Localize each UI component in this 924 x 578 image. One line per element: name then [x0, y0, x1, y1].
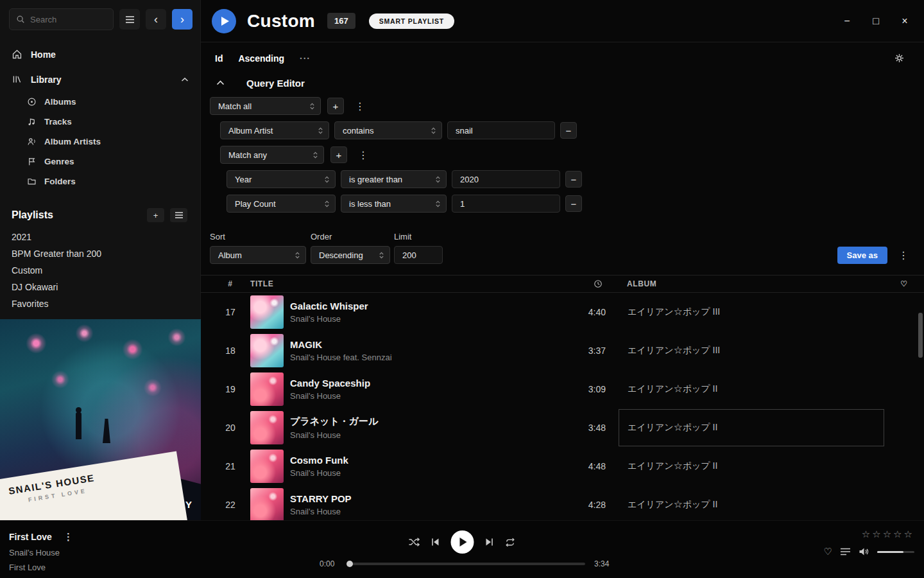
sidebar-item-genres[interactable]: Genres: [0, 152, 200, 171]
track-album[interactable]: エイリアン☆ポップ III: [619, 332, 884, 369]
track-album[interactable]: エイリアン☆ポップ II: [619, 486, 884, 520]
chevron-up-down-icon: [304, 102, 315, 110]
now-playing-album[interactable]: First Love: [9, 563, 73, 572]
chevron-up-down-icon: [319, 175, 330, 184]
playlist-list-button[interactable]: [170, 208, 187, 222]
track-album[interactable]: エイリアン☆ポップ II: [619, 448, 884, 485]
sort-value: Album: [218, 250, 242, 260]
queue-icon[interactable]: [841, 548, 850, 556]
sidebar-item-library[interactable]: Library: [0, 67, 200, 92]
nav-forward-button[interactable]: ›: [172, 9, 193, 30]
previous-button[interactable]: [431, 538, 440, 547]
sidebar-item-album-artists[interactable]: Album Artists: [0, 132, 200, 152]
rule-value-input[interactable]: [452, 195, 560, 213]
play-playlist-button[interactable]: [212, 9, 236, 33]
library-icon: [12, 74, 22, 85]
now-playing-artist[interactable]: Snail's House: [9, 548, 73, 557]
maximize-button[interactable]: □: [871, 15, 881, 27]
add-rule-button[interactable]: +: [327, 98, 344, 114]
volume-icon[interactable]: [859, 547, 869, 556]
rule-operator-select[interactable]: is greater than: [341, 170, 447, 188]
column-header-album[interactable]: ALBUM: [619, 279, 884, 288]
remove-rule-button[interactable]: −: [560, 122, 577, 139]
table-row[interactable]: 21 Cosmo Funk Snail's House 4:48 エイリアン☆ポ…: [201, 447, 924, 486]
save-menu-icon[interactable]: ⋮: [896, 249, 911, 261]
table-row[interactable]: 18 MAGIK Snail's House feat. Sennzai 3:3…: [201, 331, 924, 370]
nav-back-button[interactable]: ‹: [146, 9, 166, 30]
search-box[interactable]: [9, 8, 114, 30]
limit-label: Limit: [394, 232, 443, 241]
table-row[interactable]: 19 Candy Spaceship Snail's House 3:09 エイ…: [201, 370, 924, 408]
sidebar-item-albums[interactable]: Albums: [0, 92, 200, 112]
rule-operator-select[interactable]: contains: [334, 121, 442, 139]
table-row[interactable]: 20 プラネット・ガール Snail's House 3:48 エイリアン☆ポッ…: [201, 408, 924, 447]
shuffle-button[interactable]: [409, 537, 420, 547]
rule-field-select[interactable]: Album Artist: [220, 121, 329, 139]
repeat-button[interactable]: [505, 538, 516, 547]
rule-field-select[interactable]: Year: [227, 170, 336, 188]
remove-rule-button[interactable]: −: [565, 171, 582, 188]
track-artwork: [250, 334, 284, 367]
seek-thumb[interactable]: [346, 561, 353, 567]
minimize-button[interactable]: −: [842, 15, 852, 27]
playlist-item[interactable]: BPM Greater than 200: [0, 245, 200, 262]
track-menu-icon[interactable]: ⋮: [64, 531, 73, 543]
playlist-item[interactable]: Custom: [0, 262, 200, 279]
playlists-list: 2021 BPM Greater than 200 Custom DJ Okaw…: [0, 229, 200, 312]
favorite-heart-icon[interactable]: ♡: [824, 546, 832, 557]
now-playing-title[interactable]: First Love: [9, 532, 52, 542]
add-group-rule-button[interactable]: +: [330, 146, 347, 163]
search-input[interactable]: [30, 15, 107, 24]
chevron-up-down-icon: [319, 200, 330, 208]
playlist-item[interactable]: DJ Okawari: [0, 279, 200, 295]
playlist-item[interactable]: 2021: [0, 229, 200, 245]
track-album[interactable]: エイリアン☆ポップ III: [619, 293, 884, 331]
rule-operator-select[interactable]: is less than: [341, 195, 447, 213]
next-button[interactable]: [485, 538, 494, 547]
seek-bar[interactable]: [348, 563, 585, 565]
repeat-icon: [505, 538, 516, 547]
query-rule-row: Year is greater than −: [201, 170, 924, 188]
volume-slider[interactable]: [877, 551, 914, 553]
column-header-number[interactable]: #: [218, 279, 243, 288]
match-type-select[interactable]: Match all: [210, 97, 321, 115]
column-header-duration[interactable]: [547, 279, 606, 288]
add-playlist-button[interactable]: +: [147, 208, 164, 222]
play-pause-button[interactable]: [451, 530, 474, 554]
column-header-title[interactable]: TITLE: [243, 279, 547, 288]
sidebar-item-folders[interactable]: Folders: [0, 171, 200, 191]
sidebar-item-tracks[interactable]: Tracks: [0, 112, 200, 132]
table-row[interactable]: 22 STARRY POP Snail's House 4:28 エイリアン☆ポ…: [201, 486, 924, 520]
rule-value-input[interactable]: [447, 121, 555, 139]
table-row[interactable]: 17 Galactic Whisper Snail's House 4:40 エ…: [201, 293, 924, 331]
limit-input[interactable]: [394, 246, 443, 264]
sort-select[interactable]: Album: [210, 246, 306, 264]
remove-rule-button[interactable]: −: [565, 195, 582, 212]
order-select[interactable]: Descending: [311, 246, 390, 264]
rule-value-input[interactable]: [452, 170, 560, 188]
chevron-up-down-icon: [430, 200, 441, 208]
track-album-focused-cell[interactable]: エイリアン☆ポップ II: [619, 409, 884, 446]
plus-icon: +: [333, 101, 339, 112]
close-button[interactable]: ×: [900, 15, 910, 27]
sort-field-button[interactable]: Id: [215, 53, 223, 64]
playlist-item[interactable]: Favorites: [0, 295, 200, 312]
rating-stars[interactable]: ☆☆☆☆☆: [824, 529, 914, 540]
column-header-favorite[interactable]: ♡: [884, 279, 924, 288]
menu-button[interactable]: [119, 9, 140, 30]
rule-menu-icon[interactable]: ⋮: [352, 100, 368, 112]
more-options-icon[interactable]: ···: [300, 53, 311, 64]
sidebar-item-home[interactable]: Home: [0, 42, 200, 67]
track-album[interactable]: エイリアン☆ポップ II: [619, 371, 884, 408]
settings-gear-icon[interactable]: [894, 53, 905, 64]
rule-field-select[interactable]: Play Count: [227, 195, 336, 213]
sort-order-button[interactable]: Ascending: [238, 53, 284, 64]
collapse-query-editor-button[interactable]: [212, 75, 228, 91]
sidebar: ‹ › Home Library Albums: [0, 0, 201, 520]
scrollbar-thumb[interactable]: [918, 313, 923, 358]
save-as-button[interactable]: Save as: [837, 247, 887, 264]
collapse-chevron-icon[interactable]: [181, 77, 189, 82]
track-album-text: エイリアン☆ポップ III: [628, 345, 720, 356]
group-match-type-select[interactable]: Match any: [220, 146, 324, 164]
group-menu-icon[interactable]: ⋮: [355, 149, 371, 161]
